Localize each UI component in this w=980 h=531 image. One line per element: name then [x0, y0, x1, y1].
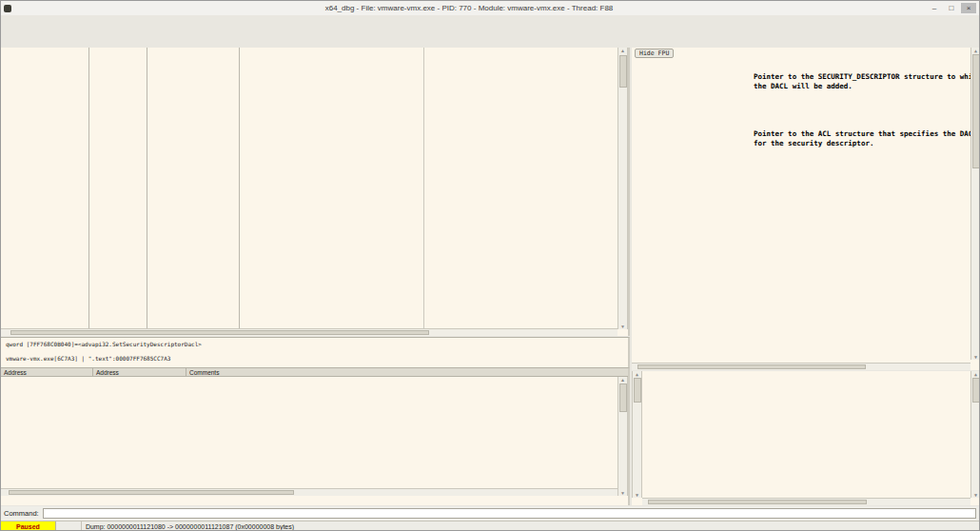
dump-header: Address Address Comments	[1, 368, 628, 377]
column-separator	[423, 48, 424, 336]
hide-fpu-button[interactable]: Hide FPU	[635, 49, 674, 58]
disasm-vertical-scrollbar[interactable]: ▲▼	[617, 48, 628, 329]
dump-header-value[interactable]: Address	[93, 368, 186, 376]
register-list	[637, 61, 969, 361]
title-bar: x64_dbg - File: vmware-vmx.exe - PID: 77…	[1, 1, 979, 15]
info-box: qword [7FF768C0B040]=<advapi32.SetSecuri…	[1, 337, 630, 368]
dump-panel: Address Address Comments ▲▼	[1, 368, 630, 505]
annotation-acl: Pointer to the ACL structure that specif…	[754, 129, 980, 148]
stack-panel: ▲▼ ▲▼	[632, 371, 980, 505]
column-separator	[239, 48, 240, 336]
dump-vertical-scrollbar[interactable]: ▲▼	[617, 377, 628, 496]
command-input[interactable]	[43, 508, 976, 519]
info-line-1: qword [7FF768C0B040]=<advapi32.SetSecuri…	[6, 341, 628, 347]
command-label: Command:	[4, 509, 39, 518]
minimize-button[interactable]: –	[927, 3, 942, 13]
window-title: x64_dbg - File: vmware-vmx.exe - PID: 77…	[11, 4, 927, 12]
annotation-security-descriptor: Pointer to the SECURITY_DESCRIPTOR struc…	[754, 72, 980, 90]
registers-vertical-scrollbar[interactable]: ▲▼	[970, 48, 980, 360]
registers-horizontal-scrollbar[interactable]	[632, 363, 970, 370]
disassembly-panel: ▲▼	[1, 48, 630, 336]
app-icon	[4, 5, 11, 12]
status-bar: Paused Dump: 0000000011121080 -> 0000000…	[1, 521, 979, 531]
tab-bar	[1, 37, 979, 48]
x64dbg-window: x64_dbg - File: vmware-vmx.exe - PID: 77…	[0, 0, 980, 531]
dump-rows	[1, 377, 617, 496]
status-dump-info: Dump: 0000000011121080 -> 00000000111210…	[82, 521, 294, 531]
toolbar	[1, 25, 979, 37]
stack-rows	[643, 372, 970, 498]
column-separator	[147, 48, 147, 336]
menu-bar	[1, 15, 979, 25]
command-bar: Command:	[1, 506, 979, 521]
disassembly-rows	[1, 48, 617, 329]
dump-header-address[interactable]: Address	[1, 368, 93, 376]
close-button[interactable]: ×	[961, 3, 976, 13]
dump-header-comments[interactable]: Comments	[186, 368, 628, 376]
info-line-2: vmware-vmx.exe[6C7A3] | ".text":00007FF7…	[6, 355, 628, 362]
disasm-horizontal-scrollbar[interactable]	[1, 328, 617, 336]
status-paused-badge: Paused	[1, 521, 56, 531]
stack-left-scrollbar[interactable]: ▲▼	[632, 371, 642, 498]
registers-panel: Hide FPU Pointer to the SECURITY_DESCRIP…	[632, 48, 980, 370]
restore-button[interactable]: □	[944, 3, 959, 13]
dump-horizontal-scrollbar[interactable]	[1, 488, 617, 496]
stack-horizontal-scrollbar[interactable]	[642, 498, 970, 505]
stack-vertical-scrollbar[interactable]: ▲▼	[970, 371, 980, 498]
column-separator	[88, 48, 89, 336]
